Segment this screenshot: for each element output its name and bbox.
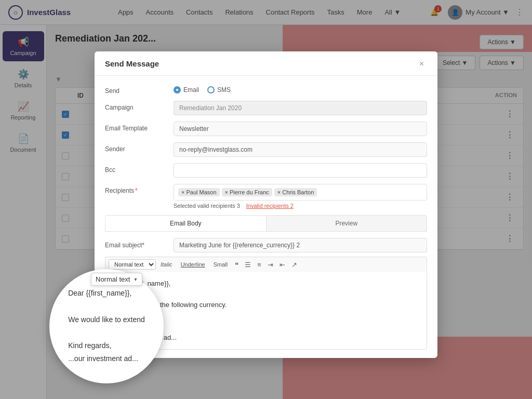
small-button[interactable]: Small: [210, 260, 232, 269]
underline-button[interactable]: Underline: [177, 260, 209, 269]
recipients-row: Recipients × Paul Mason × Pierre du Fran…: [105, 184, 427, 209]
bcc-label: Bcc: [105, 163, 167, 174]
invalid-recipients-link[interactable]: Invalid recipients 2: [246, 203, 294, 209]
editor-line-2: [112, 289, 420, 300]
campaign-input[interactable]: [174, 101, 427, 115]
zoom-line-6: ...our investment ad...: [68, 352, 145, 365]
normal-text-label: Normal text: [96, 275, 130, 283]
send-label: Send: [105, 84, 167, 95]
email-subject-input[interactable]: [174, 238, 427, 252]
campaign-label: Campaign: [105, 101, 167, 111]
sms-radio-text: SMS: [217, 86, 231, 94]
tag-label: Pierre du Franc: [230, 189, 269, 195]
link-button[interactable]: ↗: [289, 259, 300, 270]
zoom-line-3: We would like to extend: [68, 313, 145, 326]
tab-email-body[interactable]: Email Body: [105, 216, 267, 231]
email-template-input[interactable]: [174, 122, 427, 136]
tag-x[interactable]: ×: [181, 189, 184, 195]
sms-radio[interactable]: [207, 86, 215, 94]
blockquote-button[interactable]: ❝: [232, 259, 241, 270]
email-radio-label[interactable]: Email: [174, 86, 199, 94]
bcc-row: Bcc: [105, 163, 427, 178]
recipient-tag-paul: × Paul Mason: [178, 188, 220, 196]
recipient-tag-chris: × Chris Barton: [274, 188, 317, 196]
email-template-label: Email Template: [105, 122, 167, 132]
tag-x[interactable]: ×: [225, 189, 228, 195]
text-format-select[interactable]: Normal text Heading 1 Heading 2: [109, 259, 156, 270]
outdent-button[interactable]: ⇤: [277, 259, 288, 270]
zoom-line-5: Kind regards,: [68, 339, 145, 352]
zoom-content: Dear {{first_name}}, We would like to ex…: [68, 287, 145, 365]
email-subject-row: Email subject*: [105, 238, 427, 252]
sender-row: Sender: [105, 142, 427, 157]
unordered-list-button[interactable]: ☰: [242, 259, 254, 270]
zoom-line-1: Dear {{first_name}},: [68, 287, 145, 300]
modal-close-button[interactable]: ×: [416, 59, 427, 69]
tag-x[interactable]: ×: [277, 189, 281, 195]
bcc-input[interactable]: [174, 163, 427, 178]
sender-label: Sender: [105, 142, 167, 153]
dropdown-caret: ▼: [133, 277, 138, 282]
email-template-row: Email Template: [105, 122, 427, 136]
send-radio-group: Email SMS: [174, 84, 231, 94]
sms-radio-label[interactable]: SMS: [207, 86, 231, 94]
email-subject-label: Email subject*: [105, 242, 167, 249]
sender-input[interactable]: [174, 142, 427, 157]
editor-line-1: Dear {{first_name}},: [112, 278, 420, 289]
email-body-tabs: Email Body Preview: [105, 215, 427, 232]
modal-title: Send Message: [105, 59, 159, 68]
editor-toolbar: Normal text Heading 1 Heading 2 Italic U…: [105, 257, 427, 272]
recipients-label: Recipients: [105, 184, 167, 194]
valid-recipients-text: Selected valid recipients 3: [174, 203, 240, 209]
zoom-line-4: [68, 326, 145, 339]
recipients-tags[interactable]: × Paul Mason × Pierre du Franc × Chris B…: [174, 184, 427, 201]
tab-preview[interactable]: Preview: [267, 216, 427, 231]
zoom-line-2: [68, 300, 145, 313]
recipient-tag-pierre: × Pierre du Franc: [222, 188, 272, 196]
tag-label: Chris Barton: [282, 189, 314, 195]
email-radio-text: Email: [183, 86, 199, 94]
normal-text-dropdown[interactable]: Normal text ▼: [91, 273, 142, 286]
recipients-info: Selected valid recipients 3 Invalid reci…: [174, 203, 427, 209]
italic-button[interactable]: Italic: [157, 260, 176, 269]
modal-header: Send Message ×: [95, 51, 437, 76]
email-radio[interactable]: [174, 86, 181, 94]
campaign-row: Campaign: [105, 101, 427, 115]
tag-label: Paul Mason: [186, 189, 216, 195]
ordered-list-button[interactable]: ≡: [255, 259, 264, 270]
zoom-magnifier: Dear {{first_name}}, We would like to ex…: [49, 269, 164, 383]
indent-button[interactable]: ⇥: [265, 259, 276, 270]
send-row: Send Email SMS: [105, 84, 427, 95]
